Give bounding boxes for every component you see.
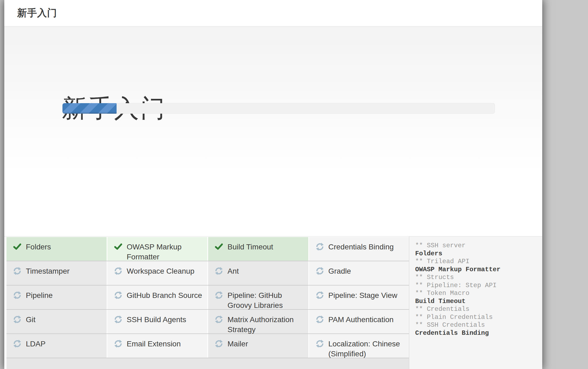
plugin-label: Build Timeout (228, 242, 273, 252)
check-icon (13, 242, 22, 251)
plugin-label: Pipeline: Stage View (328, 290, 397, 300)
sync-icon (316, 291, 324, 300)
sync-icon (215, 315, 223, 324)
sync-icon (13, 339, 22, 348)
plugin-cell: Folders (6, 237, 107, 261)
install-console-log: ** SSH serverFolders** Trilead APIOWASP … (409, 236, 542, 369)
plugin-label: Credentials Binding (328, 242, 394, 252)
plugin-label: Pipeline (26, 290, 53, 300)
plugin-label: Workspace Cleanup (127, 266, 195, 276)
plugin-cell: Pipeline (6, 286, 107, 309)
sync-icon (13, 315, 22, 324)
console-line: ** Plain Credentials (415, 313, 540, 321)
sync-icon (114, 315, 122, 324)
plugin-row: FoldersOWASP Markup FormatterBuild Timeo… (6, 237, 409, 261)
plugin-row: GitSSH Build AgentsMatrix Authorization … (6, 310, 409, 334)
plugin-label: OWASP Markup Formatter (127, 242, 205, 262)
plugin-label: PAM Authentication (328, 315, 394, 325)
plugin-cell: PAM Authentication (309, 310, 409, 333)
console-line: OWASP Markup Formatter (415, 266, 540, 274)
plugin-label: Gradle (328, 266, 351, 276)
plugin-label: GitHub Branch Source (127, 290, 202, 300)
plugin-cell: Email Extension (107, 334, 208, 358)
console-line: ** Structs (415, 273, 540, 281)
plugin-status-panel: FoldersOWASP Markup FormatterBuild Timeo… (4, 236, 409, 369)
console-line: ** Trilead API (415, 257, 540, 266)
sync-icon (316, 339, 324, 348)
plugin-cell: Localization: Chinese (Simplified) (309, 334, 409, 358)
console-line: ** Credentials (415, 305, 540, 313)
plugin-label: Matrix Authorization Strategy (228, 315, 306, 335)
setup-wizard-dialog: 新手入门 新手入门 FoldersOWASP Markup FormatterB… (4, 0, 542, 369)
console-line: ** SSH Credentials (415, 321, 540, 329)
plugin-label: Localization: Chinese (Simplified) (328, 339, 407, 359)
console-line: Credentials Binding (415, 329, 540, 337)
plugin-label: Timestamper (26, 266, 69, 276)
plugin-cell: Ant (208, 261, 309, 285)
plugin-label: Git (26, 315, 36, 325)
plugin-label: Ant (228, 266, 239, 276)
plugin-row: PipelineGitHub Branch SourcePipeline: Gi… (6, 286, 409, 310)
plugin-label: Pipeline: GitHub Groovy Libraries (228, 290, 306, 310)
plugin-label: Folders (26, 242, 51, 252)
console-line: Build Timeout (415, 297, 540, 305)
plugin-cell: Gradle (309, 261, 409, 285)
console-line: ** SSH server (415, 242, 540, 250)
sync-icon (215, 339, 223, 348)
console-line: Folders (415, 250, 540, 258)
plugin-cell: OWASP Markup Formatter (107, 237, 208, 261)
plugin-cell: GitHub Branch Source (107, 286, 208, 309)
sync-icon (316, 267, 324, 275)
sync-icon (13, 267, 22, 275)
plugin-cell: Workspace Cleanup (107, 261, 208, 285)
sync-icon (13, 291, 22, 300)
plugin-row: LDAPEmail ExtensionMailerLocalization: C… (6, 334, 409, 358)
plugin-cell: Build Timeout (208, 237, 309, 261)
plugin-cell: Matrix Authorization Strategy (208, 310, 309, 333)
plugin-cell: SSH Build Agents (107, 310, 208, 333)
install-progress-bar (62, 103, 495, 114)
check-icon (114, 242, 122, 251)
plugin-cell: LDAP (6, 334, 107, 358)
plugin-label: Mailer (228, 339, 248, 349)
plugin-cell: Git (6, 310, 107, 333)
dialog-header: 新手入门 (4, 0, 542, 27)
sync-icon (114, 267, 122, 275)
plugin-cell: Timestamper (6, 261, 107, 285)
plugin-label: LDAP (26, 339, 46, 349)
plugin-label: Email Extension (127, 339, 181, 349)
plugin-cell: Pipeline: Stage View (309, 286, 409, 309)
plugin-row: TimestamperWorkspace CleanupAntGradle (6, 261, 409, 286)
plugin-cell: Mailer (208, 334, 309, 358)
sync-icon (316, 242, 324, 251)
plugin-label: SSH Build Agents (127, 315, 186, 325)
dialog-footer-bar (6, 358, 409, 369)
sync-icon (114, 291, 122, 300)
console-line: ** Pipeline: Step API (415, 281, 540, 290)
plugin-cell: Credentials Binding (309, 237, 409, 261)
plugin-grid: FoldersOWASP Markup FormatterBuild Timeo… (6, 237, 409, 358)
sync-icon (316, 315, 324, 324)
sync-icon (215, 267, 223, 275)
sync-icon (215, 291, 223, 300)
console-line: ** Token Macro (415, 289, 540, 297)
wizard-body: 新手入门 (4, 27, 542, 236)
sync-icon (114, 339, 122, 348)
check-icon (215, 242, 223, 251)
plugin-install-section: FoldersOWASP Markup FormatterBuild Timeo… (4, 236, 542, 369)
dialog-title: 新手入门 (17, 6, 57, 20)
plugin-cell: Pipeline: GitHub Groovy Libraries (208, 286, 309, 309)
desktop-background: 新手入门 新手入门 FoldersOWASP Markup FormatterB… (0, 0, 588, 369)
install-progress-fill (62, 103, 117, 114)
